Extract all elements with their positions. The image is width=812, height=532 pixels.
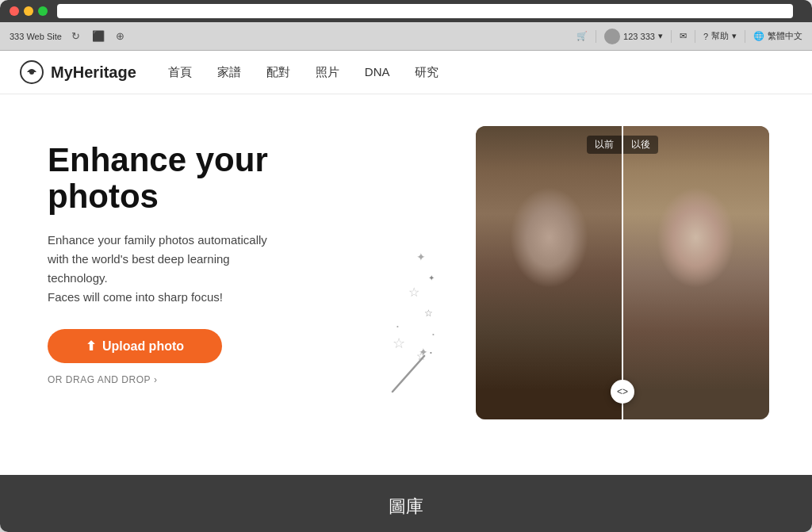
label-before: 以前 [587, 136, 622, 154]
drag-drop-link[interactable]: OR DRAG AND DROP › [48, 374, 349, 385]
drag-drop-arrow: › [154, 374, 158, 385]
refresh-button[interactable]: ↻ [68, 29, 84, 44]
mail-icon: ✉ [680, 31, 687, 41]
help-menu[interactable]: ? 幫助 ▾ [703, 30, 737, 42]
nav-item-family-tree[interactable]: 家譜 [217, 65, 241, 80]
mac-window: 333 Web Site ↻ ⬛ ⊕ 🛒 123 333 ▾ ✉ ? 幫助 ▾ [0, 0, 812, 532]
footer: 圖庫 [0, 475, 812, 532]
maximize-button[interactable] [38, 6, 48, 16]
left-panel: Enhance your photos Enhance your family … [48, 126, 349, 385]
help-icon: ? [703, 32, 708, 41]
upload-photo-button[interactable]: ⬆ Upload photo [48, 329, 222, 363]
magic-wand-area: ✦ ✦ ☆ ☆ • • ☆ ☆ • ✦ [365, 142, 460, 443]
drag-drop-label: OR DRAG AND DROP [48, 374, 151, 385]
chevron-down-icon: ▾ [658, 31, 663, 41]
main-nav: 首頁 家譜 配對 照片 DNA 研究 [168, 65, 439, 80]
divider4 [745, 30, 745, 43]
desc-line1: Enhance your family photos automatically [48, 233, 267, 247]
logo-icon [19, 59, 44, 85]
minimize-button[interactable] [24, 6, 33, 16]
language-label: 繁體中文 [768, 30, 802, 42]
svg-line-11 [393, 356, 424, 392]
main-description: Enhance your family photos automatically… [48, 231, 349, 307]
divider2 [671, 30, 672, 43]
nav-item-photos[interactable]: 照片 [316, 65, 339, 80]
upload-button-label: Upload photo [102, 339, 184, 354]
heading-line1: Enhance your [48, 141, 268, 178]
svg-text:✦: ✦ [419, 346, 428, 358]
logo[interactable]: MyHeritage [19, 59, 136, 85]
comparison-labels: 以前 以後 [587, 136, 658, 154]
site-label: 333 Web Site [10, 32, 62, 41]
user-menu[interactable]: 123 333 ▾ [604, 29, 663, 44]
logo-text: MyHeritage [51, 63, 136, 82]
photo-before [476, 126, 622, 419]
svg-text:☆: ☆ [424, 308, 433, 319]
svg-text:✦: ✦ [428, 274, 435, 282]
globe-icon: 🌐 [753, 31, 764, 41]
close-button[interactable] [10, 6, 19, 16]
desc-line3: technology. [48, 271, 108, 285]
label-after: 以後 [623, 136, 658, 154]
url-bar[interactable] [57, 4, 793, 18]
cart-icon: 🛒 [576, 31, 588, 41]
avatar [604, 29, 620, 44]
chevron-down-icon2: ▾ [732, 31, 737, 41]
right-panel: 以前 以後 <> [476, 126, 769, 419]
divider [596, 30, 596, 43]
handle-icon: <> [617, 386, 628, 397]
main-content: Enhance your photos Enhance your family … [0, 94, 812, 475]
nav-item-research[interactable]: 研究 [415, 65, 439, 80]
upload-icon: ⬆ [86, 339, 96, 354]
divider3 [695, 30, 695, 43]
nav-item-matching[interactable]: 配對 [266, 65, 290, 80]
traffic-lights [10, 6, 48, 16]
cart-button[interactable]: 🛒 [576, 31, 588, 41]
svg-text:•: • [432, 331, 435, 338]
user-points: 123 333 [623, 32, 655, 41]
desc-line4: Faces will come into sharp focus! [48, 290, 223, 304]
help-label: 幫助 [711, 30, 729, 42]
site-header: MyHeritage 首頁 家譜 配對 照片 DNA 研究 [0, 51, 812, 94]
magic-wand-icon: ✦ ✦ ☆ ☆ • • ☆ ☆ • ✦ [365, 237, 452, 396]
photo-comparison: 以前 以後 <> [476, 126, 769, 419]
heading-line2: photos [48, 178, 159, 215]
svg-text:•: • [396, 323, 399, 330]
footer-text: 圖庫 [389, 495, 423, 519]
mail-button[interactable]: ✉ [680, 31, 687, 41]
main-heading: Enhance your photos [48, 142, 349, 215]
svg-text:☆: ☆ [408, 285, 419, 299]
comparison-handle[interactable]: <> [611, 380, 634, 404]
language-menu[interactable]: 🌐 繁體中文 [753, 30, 802, 42]
back-button[interactable]: ⬛ [90, 29, 106, 44]
toolbar-right: 🛒 123 333 ▾ ✉ ? 幫助 ▾ 🌐 繁體中文 [576, 29, 802, 44]
svg-point-1 [29, 70, 34, 75]
svg-text:✦: ✦ [416, 251, 426, 263]
nav-item-dna[interactable]: DNA [365, 65, 390, 80]
share-button[interactable]: ⊕ [113, 29, 128, 44]
browser-toolbar: 333 Web Site ↻ ⬛ ⊕ 🛒 123 333 ▾ ✉ ? 幫助 ▾ [0, 22, 812, 51]
title-bar [0, 0, 812, 22]
comparison-divider [622, 126, 623, 419]
svg-text:•: • [430, 349, 432, 356]
svg-text:☆: ☆ [393, 335, 405, 351]
photo-after [622, 126, 769, 419]
nav-item-home[interactable]: 首頁 [168, 65, 192, 80]
desc-line2: with the world's best deep learning [48, 252, 230, 266]
